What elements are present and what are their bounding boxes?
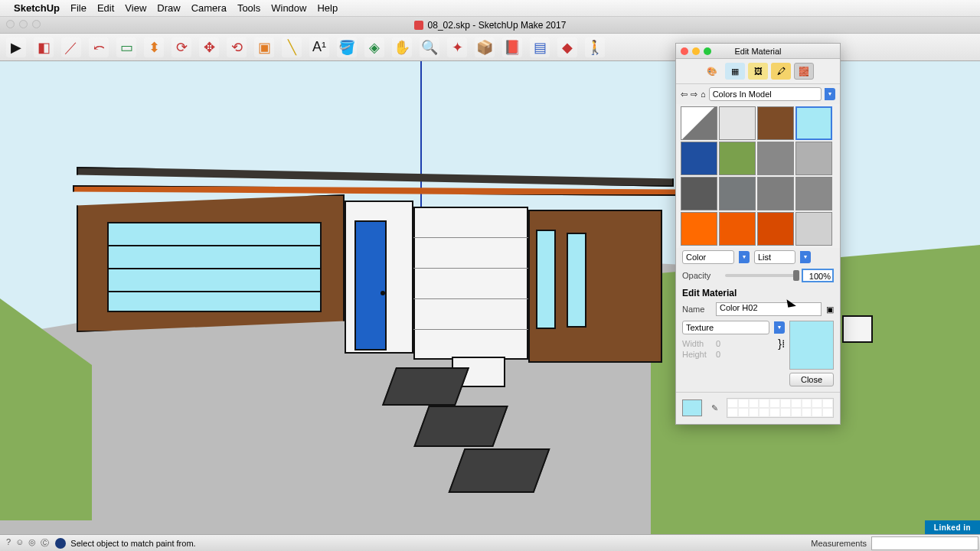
layers-tool[interactable]: ▤ bbox=[530, 37, 550, 57]
swatch-white-tex[interactable] bbox=[719, 106, 756, 140]
move-tool[interactable]: ✥ bbox=[199, 37, 219, 57]
color-mode-select[interactable]: Color bbox=[682, 250, 734, 264]
rotate-tool[interactable]: ⟲ bbox=[227, 37, 247, 57]
menu-camera[interactable]: Camera bbox=[191, 2, 227, 14]
name-label: Name bbox=[682, 305, 711, 314]
custom-swatch-grid[interactable] bbox=[727, 398, 834, 418]
paint-tool[interactable]: 🪣 bbox=[337, 37, 357, 57]
arc-tool[interactable]: ⤺ bbox=[89, 37, 109, 57]
3d-tool[interactable]: ◈ bbox=[364, 37, 384, 57]
measurements-input[interactable] bbox=[871, 536, 978, 550]
panel-minimize-icon[interactable] bbox=[692, 47, 700, 55]
app-menu[interactable]: SketchUp bbox=[14, 2, 60, 14]
add-location-tool[interactable]: ◆ bbox=[557, 37, 577, 57]
texture-drop-icon[interactable]: ▾ bbox=[774, 321, 785, 334]
window-2 bbox=[567, 233, 586, 328]
menu-edit[interactable]: Edit bbox=[97, 2, 114, 14]
material-preview-cube-icon[interactable]: ▣ bbox=[826, 305, 834, 315]
swatch-wood[interactable] bbox=[757, 106, 794, 140]
list-mode-select[interactable]: List bbox=[754, 250, 795, 264]
swatch-gray-tex[interactable] bbox=[757, 142, 794, 175]
height-value: 0 bbox=[716, 350, 720, 359]
zoom-extents-tool[interactable]: ✦ bbox=[447, 37, 467, 57]
wall-stub bbox=[842, 315, 873, 343]
nav-back-icon[interactable]: ⇦ bbox=[681, 90, 688, 99]
eraser-tool[interactable]: ◧ bbox=[34, 37, 54, 57]
siding-panel bbox=[413, 207, 528, 360]
tape-tool[interactable]: ╲ bbox=[282, 37, 302, 57]
orbit-tool[interactable]: ✋ bbox=[392, 37, 412, 57]
tab-crayons[interactable]: 🖍 bbox=[771, 63, 791, 80]
minimize-window[interactable] bbox=[19, 20, 28, 28]
swatch-orange3[interactable] bbox=[757, 212, 794, 246]
opacity-slider[interactable] bbox=[725, 274, 797, 277]
close-window[interactable] bbox=[6, 20, 15, 28]
swatch-light-gray[interactable] bbox=[795, 212, 832, 246]
list-mode-drop-icon[interactable]: ▾ bbox=[800, 251, 811, 263]
menu-file[interactable]: File bbox=[70, 2, 87, 14]
opacity-value-field[interactable]: 100% bbox=[802, 269, 834, 282]
extension-tool[interactable]: 📕 bbox=[502, 37, 522, 57]
library-select[interactable]: Colors In Model bbox=[709, 87, 822, 101]
menu-window[interactable]: Window bbox=[271, 2, 306, 14]
menu-view[interactable]: View bbox=[125, 2, 146, 14]
text-tool[interactable]: A¹ bbox=[309, 37, 329, 57]
select-tool[interactable]: ▶ bbox=[6, 37, 26, 57]
swatch-orange2[interactable] bbox=[719, 212, 756, 246]
eyedropper-icon[interactable]: ✎ bbox=[707, 400, 722, 416]
swatch-blue[interactable] bbox=[681, 142, 717, 175]
slider-thumb[interactable] bbox=[793, 270, 799, 281]
panel-titlebar[interactable]: Edit Material bbox=[676, 44, 840, 59]
line-tool[interactable]: ／ bbox=[61, 37, 81, 57]
width-label: Width bbox=[682, 339, 711, 348]
document-filename: 08_02.skp bbox=[428, 20, 470, 31]
nav-fwd-icon[interactable]: ⇨ bbox=[691, 90, 697, 99]
active-swatch[interactable] bbox=[682, 399, 702, 416]
library-nav: ⇦ ⇨ ⌂ Colors In Model ▾ bbox=[676, 84, 840, 104]
zoom-tool[interactable]: 🔍 bbox=[420, 37, 439, 57]
status-hint: Select object to match paint from. bbox=[70, 539, 195, 548]
swatch-grass[interactable] bbox=[719, 142, 756, 175]
nav-home-icon[interactable]: ⌂ bbox=[701, 90, 706, 99]
user-icon[interactable]: ☺ bbox=[15, 537, 24, 549]
shape-tool[interactable]: ▭ bbox=[116, 37, 136, 57]
tab-wheel[interactable]: 🎨 bbox=[702, 63, 722, 80]
panel-close-icon[interactable] bbox=[681, 47, 688, 55]
door-handle bbox=[381, 291, 385, 295]
offset-tool[interactable]: ⟳ bbox=[172, 37, 191, 57]
material-name-input[interactable]: Color H02 bbox=[716, 302, 822, 316]
warehouse-tool[interactable]: 📦 bbox=[475, 37, 495, 57]
texture-select[interactable]: Texture bbox=[682, 321, 769, 334]
close-button[interactable]: Close bbox=[789, 373, 834, 386]
tab-image[interactable]: 🖼 bbox=[748, 63, 768, 80]
garage-door bbox=[107, 222, 322, 312]
swatch-gravel[interactable] bbox=[795, 142, 832, 175]
swatch-sky-blue[interactable] bbox=[795, 106, 832, 140]
traffic-lights bbox=[6, 20, 41, 28]
help-icon[interactable]: ? bbox=[6, 537, 11, 549]
menu-draw[interactable]: Draw bbox=[157, 2, 180, 14]
credits-icon[interactable]: Ⓒ bbox=[41, 537, 49, 549]
menu-tools[interactable]: Tools bbox=[237, 2, 260, 14]
swatch-metal[interactable] bbox=[719, 177, 756, 210]
zoom-window[interactable] bbox=[32, 20, 41, 28]
library-dropdown-icon[interactable]: ▾ bbox=[825, 88, 835, 100]
opacity-label: Opacity bbox=[682, 271, 720, 280]
swatch-gray[interactable] bbox=[757, 177, 794, 210]
swatch-orange1[interactable] bbox=[681, 212, 717, 246]
geo-icon[interactable]: ◎ bbox=[28, 537, 36, 549]
person-tool[interactable]: 🚶 bbox=[585, 37, 605, 57]
menu-help[interactable]: Help bbox=[317, 2, 338, 14]
tab-sliders[interactable]: ▦ bbox=[725, 63, 745, 80]
tab-materials[interactable]: 🧱 bbox=[794, 63, 814, 80]
scale-tool[interactable]: ▣ bbox=[254, 37, 274, 57]
pushpull-tool[interactable]: ⬍ bbox=[144, 37, 164, 57]
linkedin-watermark: Linked in bbox=[925, 520, 980, 534]
panel-zoom-icon[interactable] bbox=[704, 47, 711, 55]
swatch-default[interactable] bbox=[681, 106, 717, 140]
color-mode-drop-icon[interactable]: ▾ bbox=[739, 251, 750, 263]
aspect-link-icon[interactable]: }⁞ bbox=[778, 337, 785, 350]
walk-slab-3 bbox=[448, 448, 550, 493]
swatch-dark-gray[interactable] bbox=[681, 177, 717, 210]
swatch-concrete[interactable] bbox=[795, 177, 832, 210]
